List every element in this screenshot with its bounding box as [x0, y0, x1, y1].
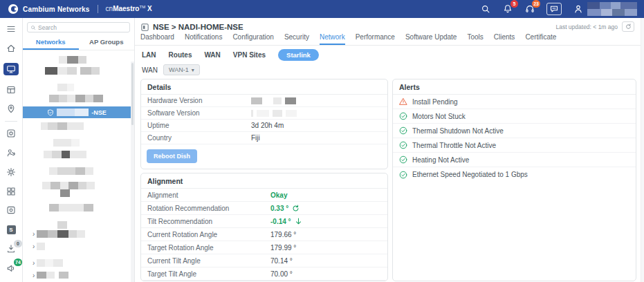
tree-item-redacted[interactable] — [23, 56, 134, 64]
tree-item-redacted[interactable] — [23, 95, 134, 102]
tree-item-redacted[interactable] — [23, 189, 134, 197]
field-value: 70.14 ° — [270, 257, 293, 265]
tab-software-update[interactable]: Software Update — [405, 33, 457, 45]
msp-icon[interactable] — [6, 205, 17, 216]
redacted-label — [41, 122, 84, 130]
tree-item-redacted[interactable] — [23, 182, 134, 189]
tree-item-redacted[interactable] — [23, 167, 134, 175]
support-headset-icon[interactable]: 23 — [524, 3, 535, 15]
chevron-right-icon[interactable] — [33, 261, 35, 266]
tree-item-redacted[interactable] — [23, 204, 134, 212]
onboard-icon[interactable] — [6, 129, 17, 139]
tab-security[interactable]: Security — [284, 33, 309, 45]
map-icon[interactable] — [6, 104, 17, 114]
wan-selector-row: WAN WAN-1 — [135, 62, 644, 77]
alert-row-install-pending: Install Pending — [393, 95, 636, 109]
topbar: Cambium Networks cnMaestroTM X 5 23 — [0, 0, 644, 18]
content-grid: Details Hardware VersionSoftware Version… — [135, 79, 644, 282]
chevron-right-icon[interactable] — [33, 232, 35, 237]
brand-text: Cambium Networks — [23, 6, 90, 13]
notifications-bell-icon[interactable]: 5 — [502, 3, 513, 15]
subtab-routes[interactable]: Routes — [169, 51, 192, 59]
tab-dashboard[interactable]: Dashboard — [140, 33, 174, 45]
tree-item-redacted[interactable] — [23, 84, 134, 91]
alert-label: Thermal Throttle Not Active — [412, 142, 496, 149]
chevron-right-icon[interactable] — [33, 244, 35, 250]
main-scrollbar[interactable] — [641, 18, 644, 282]
tab-performance[interactable]: Performance — [356, 33, 395, 45]
redacted-label — [42, 182, 95, 189]
chevron-right-icon[interactable] — [33, 273, 35, 279]
tree-item-redacted[interactable] — [23, 151, 134, 158]
cambium-logo-icon — [8, 4, 18, 14]
warning-triangle-icon — [399, 97, 407, 106]
field-label: Hardware Version — [147, 97, 251, 104]
alignment-row-target-rotation-angle: Target Rotation Angle179.99 ° — [141, 241, 387, 254]
shield-app-icon[interactable]: S — [6, 225, 17, 235]
network-subtabs: LANRoutesWANVPN SitesStarlink — [135, 48, 644, 62]
product-bold: Maestro — [113, 6, 139, 13]
tree-item-redacted[interactable] — [23, 221, 134, 229]
tree-item-redacted[interactable] — [23, 122, 134, 130]
alert-label: Motors Not Stuck — [412, 113, 466, 120]
sidebar-scrollbar[interactable] — [131, 62, 134, 282]
details-title: Details — [141, 79, 387, 95]
menu-icon[interactable] — [6, 24, 17, 35]
field-label: Target Tilt Angle — [147, 270, 270, 278]
product-prefix: cn — [106, 6, 113, 13]
tab-configuration[interactable]: Configuration — [232, 33, 273, 45]
announcements-icon[interactable]: 74 — [6, 263, 17, 273]
assistant-icon[interactable] — [546, 3, 562, 15]
tree-item-redacted[interactable] — [23, 230, 134, 238]
alignment-row-current-rotation-angle: Current Rotation Angle179.66 ° — [141, 228, 387, 241]
rotate-cw-icon — [292, 205, 300, 212]
download-icon[interactable]: 0 — [6, 244, 17, 254]
arrow-down-icon — [295, 218, 302, 225]
redacted-label — [57, 221, 67, 229]
subtab-vpn-sites[interactable]: VPN Sites — [233, 51, 266, 59]
tab-notifications[interactable]: Notifications — [185, 33, 222, 45]
tab-tools[interactable]: Tools — [467, 33, 483, 45]
tree-item-selected-nse[interactable]: -NSE — [23, 106, 131, 118]
reboot-dish-button[interactable]: Reboot Dish — [147, 149, 197, 163]
wan-dropdown[interactable]: WAN-1 — [163, 64, 200, 75]
alert-label: Heating Not Active — [412, 156, 469, 164]
subtab-starlink[interactable]: Starlink — [278, 49, 319, 61]
brand-divider — [98, 5, 98, 13]
monitoring-icon[interactable] — [3, 63, 19, 76]
subtab-wan[interactable]: WAN — [204, 51, 220, 59]
wan-dropdown-value: WAN-1 — [169, 66, 189, 73]
inventory-icon[interactable] — [6, 84, 17, 95]
tab-certificate[interactable]: Certificate — [525, 33, 556, 45]
user-avatar[interactable] — [573, 2, 637, 16]
field-label: Target Rotation Angle — [147, 244, 270, 252]
home-icon[interactable] — [6, 44, 17, 54]
subtab-lan[interactable]: LAN — [142, 51, 156, 59]
tab-network[interactable]: Network — [320, 33, 345, 45]
tab-clients[interactable]: Clients — [494, 33, 515, 45]
sidebar-search-input[interactable] — [38, 24, 127, 31]
rail-divider — [5, 121, 17, 122]
support-badge: 23 — [532, 0, 540, 8]
sidebar-tab-networks[interactable]: Networks — [23, 36, 79, 50]
refresh-button[interactable] — [622, 21, 634, 32]
tree-item-redacted[interactable] — [23, 272, 134, 279]
tree-item-redacted[interactable] — [23, 243, 134, 250]
sidebar: NetworksAP Groups -NSE — [23, 18, 135, 282]
tree-item-redacted[interactable] — [23, 259, 134, 267]
search-icon[interactable] — [480, 3, 491, 15]
alignment-panel: Alignment AlignmentOkayRotation Recommen… — [140, 173, 388, 281]
apps-icon[interactable] — [6, 186, 17, 196]
redacted-label — [49, 204, 93, 212]
tree-item-redacted[interactable] — [23, 139, 134, 147]
header-right: Last updated: < 1m ago — [555, 21, 634, 32]
notifications-badge: 5 — [510, 0, 518, 8]
settings-icon[interactable] — [6, 167, 17, 177]
services-icon[interactable] — [6, 148, 17, 158]
sidebar-tab-ap-groups[interactable]: AP Groups — [79, 36, 135, 50]
field-value — [251, 97, 296, 104]
left-rail: S074 — [0, 18, 23, 282]
field-value: Fiji — [251, 134, 260, 142]
cnmaestro-screen: Cambium Networks cnMaestroTM X 5 23 S074… — [0, 0, 644, 282]
tree-item-redacted[interactable] — [23, 67, 134, 75]
